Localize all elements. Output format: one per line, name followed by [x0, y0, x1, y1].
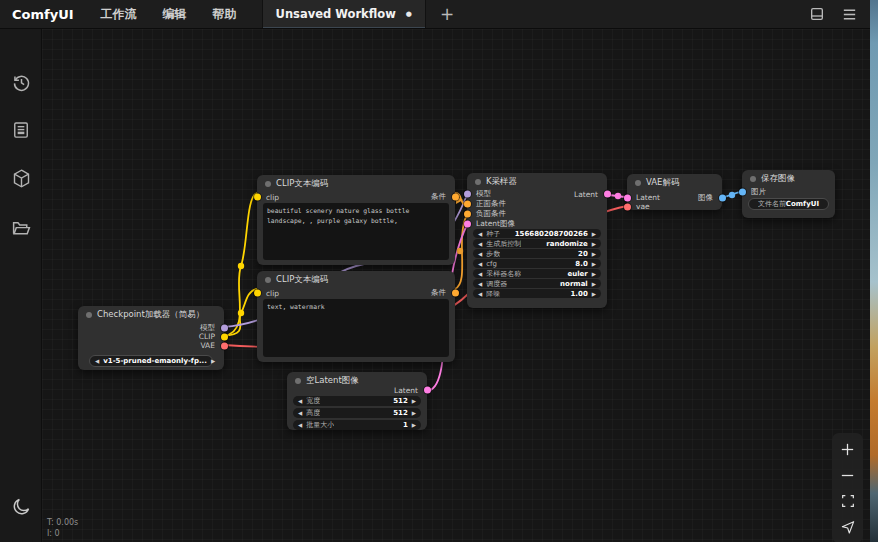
output-slot-vae[interactable]: VAE [78, 341, 224, 350]
output-slot-image[interactable]: 图像 [682, 193, 722, 202]
widget-steps[interactable]: ◀ 步数 20 ▶ [473, 249, 601, 258]
increment-icon[interactable]: ▶ [592, 281, 596, 287]
workflows-browser-button[interactable] [0, 208, 42, 248]
slot-dot-conditioning-output[interactable] [452, 290, 459, 297]
slot-dot-clip-input[interactable] [254, 194, 261, 201]
node-checkpoint-loader[interactable]: Checkpoint加载器（简易） 模型 CLIP VAE ◀ Checkpoi… [78, 306, 224, 370]
decrement-icon[interactable]: ◀ [478, 271, 482, 277]
decrement-icon[interactable]: ◀ [478, 251, 482, 257]
slot-dot-latent[interactable] [424, 387, 431, 394]
slot-dot-latent[interactable] [624, 194, 631, 201]
node-save-image[interactable]: 保存图像 图片 文件名前缀 ComfyUI [742, 170, 835, 218]
decrement-icon[interactable]: ◀ [298, 410, 302, 416]
theme-toggle-button[interactable] [0, 486, 42, 526]
slot-dot-clip-input[interactable] [254, 290, 261, 297]
positive-prompt-textarea[interactable]: beautiful scenery nature glass bottle la… [263, 203, 449, 260]
side-panel-image-edge[interactable] [870, 0, 878, 542]
unsaved-indicator-dot[interactable]: ● [406, 10, 412, 18]
input-slot-image[interactable]: 图片 [742, 187, 835, 196]
menu-help[interactable]: 帮助 [200, 6, 250, 23]
hamburger-menu-icon[interactable] [840, 5, 858, 23]
slot-dot-positive[interactable] [464, 201, 471, 208]
output-slot-conditioning[interactable]: 条件 [431, 288, 446, 298]
decrement-icon[interactable]: ◀ [478, 281, 482, 287]
increment-icon[interactable]: ▶ [592, 291, 596, 297]
widget-denoise[interactable]: ◀ 降噪 1.00 ▶ [473, 289, 601, 298]
node-collapse-dot[interactable] [295, 378, 301, 384]
node-clip-text-encode-positive[interactable]: CLIP文本编码 clip 条件 beautiful scenery natur… [257, 175, 455, 265]
new-workflow-button[interactable]: + [426, 4, 468, 24]
node-collapse-dot[interactable] [475, 179, 481, 185]
increment-icon[interactable]: ▶ [592, 231, 596, 237]
slot-dot-image[interactable] [719, 194, 726, 201]
input-slot-clip[interactable]: clip [266, 193, 279, 202]
increment-icon[interactable]: ▶ [412, 422, 416, 428]
node-empty-latent-image[interactable]: 空Latent图像 Latent ◀ 宽度 512 ▶ ◀ 高度 512 ▶ ◀… [287, 372, 427, 430]
input-slot-vae[interactable]: vae [627, 202, 722, 211]
widget-control-after-generate[interactable]: ◀ 生成后控制 randomize ▶ [473, 239, 601, 248]
node-collapse-dot[interactable] [750, 176, 756, 182]
slot-dot-clip[interactable] [221, 333, 228, 340]
node-vae-decode[interactable]: VAE解码 Latent vae 图像 [627, 174, 722, 210]
node-title-bar[interactable]: CLIP文本编码 [257, 271, 455, 285]
slot-dot-image[interactable] [739, 188, 746, 195]
node-collapse-dot[interactable] [265, 181, 271, 187]
node-title-bar[interactable]: VAE解码 [627, 174, 722, 188]
widget-batch-size[interactable]: ◀ 批量大小 1 ▶ [293, 420, 421, 430]
node-collapse-dot[interactable] [86, 312, 92, 318]
output-slot-clip[interactable]: CLIP [78, 332, 224, 341]
node-title-bar[interactable]: K采样器 [467, 173, 607, 187]
widget-seed[interactable]: ◀ 种子 156680208700266 ▶ [473, 229, 601, 238]
widget-cfg[interactable]: ◀ cfg 8.0 ▶ [473, 259, 601, 268]
node-title-bar[interactable]: 空Latent图像 [287, 372, 427, 386]
slot-dot-latent-image[interactable] [464, 221, 471, 228]
increment-icon[interactable]: ▶ [412, 398, 416, 404]
slot-dot-model[interactable] [464, 191, 471, 198]
zoom-in-button[interactable] [832, 436, 863, 462]
slot-dot-conditioning-output[interactable] [452, 194, 459, 201]
output-slot-model[interactable]: 模型 [78, 323, 224, 332]
decrement-icon[interactable]: ◀ [298, 398, 302, 404]
widget-sampler-name[interactable]: ◀ 采样器名称 euler ▶ [473, 269, 601, 278]
node-title-bar[interactable]: Checkpoint加载器（简易） [78, 306, 224, 320]
input-slot-negative[interactable]: 负面条件 [467, 209, 607, 219]
input-slot-positive[interactable]: 正面条件 [467, 199, 607, 209]
slot-dot-negative[interactable] [464, 211, 471, 218]
node-ksampler[interactable]: K采样器 模型 正面条件 负面条件 Latent图像 Latent [467, 173, 607, 308]
slot-dot-vae[interactable] [221, 342, 228, 349]
menu-edit[interactable]: 编辑 [150, 6, 200, 23]
widget-height[interactable]: ◀ 高度 512 ▶ [293, 408, 421, 418]
increment-icon[interactable]: ▶ [592, 241, 596, 247]
zoom-out-button[interactable] [832, 462, 863, 488]
node-collapse-dot[interactable] [635, 180, 641, 186]
workflow-tab[interactable]: Unsaved Workflow ● [262, 0, 426, 28]
slot-dot-model[interactable] [221, 324, 228, 331]
output-slot-latent[interactable]: Latent [287, 386, 427, 394]
decrement-icon[interactable]: ◀ [478, 291, 482, 297]
increment-icon[interactable]: ▶ [592, 261, 596, 267]
widget-filename-prefix[interactable]: 文件名前缀 ComfyUI [748, 198, 829, 210]
output-slot-latent[interactable]: Latent [547, 189, 607, 199]
node-collapse-dot[interactable] [265, 277, 271, 283]
fit-view-button[interactable] [832, 488, 863, 514]
increment-icon[interactable]: ▶ [592, 271, 596, 277]
increment-icon[interactable]: ▶ [211, 358, 215, 364]
model-library-button[interactable] [0, 158, 42, 198]
node-clip-text-encode-negative[interactable]: CLIP文本编码 clip 条件 text, watermark [257, 271, 455, 362]
node-canvas[interactable] [42, 29, 878, 542]
negative-prompt-textarea[interactable]: text, watermark [263, 299, 449, 357]
increment-icon[interactable]: ▶ [592, 251, 596, 257]
decrement-icon[interactable]: ◀ [298, 422, 302, 428]
input-slot-clip[interactable]: clip [266, 289, 279, 298]
node-title-bar[interactable]: 保存图像 [742, 170, 835, 184]
queue-history-button[interactable] [0, 62, 42, 102]
menu-workflow[interactable]: 工作流 [88, 6, 150, 23]
focus-selection-button[interactable] [832, 514, 863, 540]
increment-icon[interactable]: ▶ [412, 410, 416, 416]
decrement-icon[interactable]: ◀ [478, 241, 482, 247]
slot-dot-vae[interactable] [624, 203, 631, 210]
widget-scheduler[interactable]: ◀ 调度器 normal ▶ [473, 279, 601, 288]
slot-dot-latent[interactable] [604, 191, 611, 198]
output-slot-conditioning[interactable]: 条件 [431, 192, 446, 202]
bottom-panel-icon[interactable] [808, 5, 826, 23]
